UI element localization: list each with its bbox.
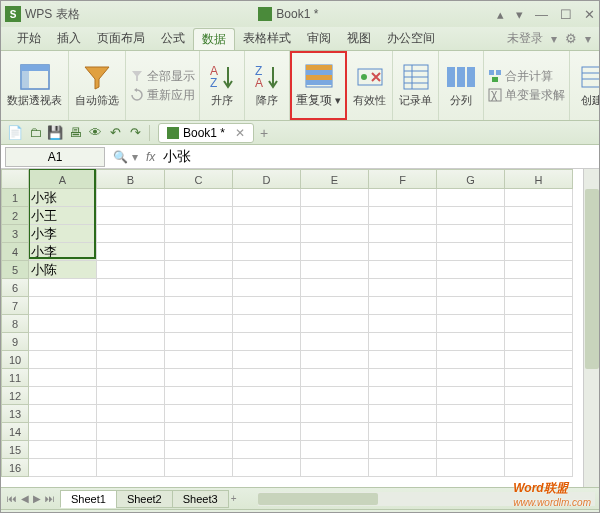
col-header-B[interactable]: B — [97, 169, 165, 189]
menu-tab-公式[interactable]: 公式 — [153, 28, 193, 50]
row-header-10[interactable]: 10 — [1, 351, 29, 369]
cell-F9[interactable] — [369, 333, 437, 351]
cell-A13[interactable] — [29, 405, 97, 423]
dropdown-icon[interactable]: ▾ — [516, 7, 523, 22]
cell-H4[interactable] — [505, 243, 573, 261]
cell-H12[interactable] — [505, 387, 573, 405]
cell-B8[interactable] — [97, 315, 165, 333]
qat-new-button[interactable]: 📄 — [6, 124, 24, 142]
row-header-4[interactable]: 4 — [1, 243, 29, 261]
maximize-button[interactable]: ☐ — [560, 7, 572, 22]
cell-E2[interactable] — [301, 207, 369, 225]
row-header-2[interactable]: 2 — [1, 207, 29, 225]
cell-A6[interactable] — [29, 279, 97, 297]
cell-A14[interactable] — [29, 423, 97, 441]
cell-C11[interactable] — [165, 369, 233, 387]
sheet-add-button[interactable]: + — [231, 493, 237, 504]
sort-asc-button[interactable]: AZ 升序 — [200, 51, 245, 120]
cell-F7[interactable] — [369, 297, 437, 315]
col-header-H[interactable]: H — [505, 169, 573, 189]
cell-C5[interactable] — [165, 261, 233, 279]
row-header-7[interactable]: 7 — [1, 297, 29, 315]
cell-G15[interactable] — [437, 441, 505, 459]
cell-G7[interactable] — [437, 297, 505, 315]
sheet-tab-Sheet3[interactable]: Sheet3 — [172, 490, 229, 508]
login-drop-icon[interactable]: ▾ — [551, 32, 557, 46]
cell-E3[interactable] — [301, 225, 369, 243]
horizontal-scrollbar[interactable] — [258, 492, 595, 506]
cell-H8[interactable] — [505, 315, 573, 333]
doc-tab-close-icon[interactable]: ✕ — [235, 126, 245, 140]
cell-F3[interactable] — [369, 225, 437, 243]
cell-E9[interactable] — [301, 333, 369, 351]
cell-A16[interactable] — [29, 459, 97, 477]
cell-G11[interactable] — [437, 369, 505, 387]
cell-G8[interactable] — [437, 315, 505, 333]
cell-H16[interactable] — [505, 459, 573, 477]
cell-G12[interactable] — [437, 387, 505, 405]
settings-icon[interactable]: ⚙ — [565, 31, 577, 46]
cell-A11[interactable] — [29, 369, 97, 387]
cell-F6[interactable] — [369, 279, 437, 297]
cell-C3[interactable] — [165, 225, 233, 243]
cell-E8[interactable] — [301, 315, 369, 333]
cell-F10[interactable] — [369, 351, 437, 369]
cell-B14[interactable] — [97, 423, 165, 441]
menu-tab-数据[interactable]: 数据 — [193, 28, 235, 50]
cell-A12[interactable] — [29, 387, 97, 405]
cell-A1[interactable]: 小张 — [29, 189, 97, 207]
cell-E6[interactable] — [301, 279, 369, 297]
cell-G10[interactable] — [437, 351, 505, 369]
row-header-15[interactable]: 15 — [1, 441, 29, 459]
cell-B5[interactable] — [97, 261, 165, 279]
cell-F11[interactable] — [369, 369, 437, 387]
vertical-scrollbar[interactable] — [583, 169, 599, 487]
cell-B4[interactable] — [97, 243, 165, 261]
cell-F12[interactable] — [369, 387, 437, 405]
qat-undo-button[interactable]: ↶ — [106, 124, 124, 142]
goal-seek-button[interactable]: χ单变量求解 — [488, 87, 565, 104]
new-tab-button[interactable]: + — [260, 125, 268, 141]
cell-F4[interactable] — [369, 243, 437, 261]
cell-H15[interactable] — [505, 441, 573, 459]
login-status[interactable]: 未登录 — [507, 30, 543, 47]
sheet-nav-last[interactable]: ⏭ — [45, 493, 55, 504]
sheet-nav-prev[interactable]: ◀ — [21, 493, 29, 504]
cell-A3[interactable]: 小李 — [29, 225, 97, 243]
cell-D13[interactable] — [233, 405, 301, 423]
name-box[interactable]: A1 — [5, 147, 105, 167]
menu-tab-开始[interactable]: 开始 — [9, 28, 49, 50]
cell-E15[interactable] — [301, 441, 369, 459]
cell-H6[interactable] — [505, 279, 573, 297]
cell-H3[interactable] — [505, 225, 573, 243]
col-header-E[interactable]: E — [301, 169, 369, 189]
validity-button[interactable]: 有效性 — [347, 51, 393, 120]
row-header-6[interactable]: 6 — [1, 279, 29, 297]
menu-tab-办公空间[interactable]: 办公空间 — [379, 28, 443, 50]
cell-B1[interactable] — [97, 189, 165, 207]
row-header-5[interactable]: 5 — [1, 261, 29, 279]
cell-E4[interactable] — [301, 243, 369, 261]
cell-C14[interactable] — [165, 423, 233, 441]
row-header-1[interactable]: 1 — [1, 189, 29, 207]
cell-F15[interactable] — [369, 441, 437, 459]
cell-D12[interactable] — [233, 387, 301, 405]
sheet-tab-Sheet1[interactable]: Sheet1 — [60, 490, 117, 508]
reapply-button[interactable]: 重新应用 — [130, 87, 195, 104]
cell-C6[interactable] — [165, 279, 233, 297]
pivot-table-button[interactable]: 数据透视表 — [1, 51, 69, 120]
cell-F5[interactable] — [369, 261, 437, 279]
cell-A4[interactable]: 小李 — [29, 243, 97, 261]
cell-G1[interactable] — [437, 189, 505, 207]
cell-H1[interactable] — [505, 189, 573, 207]
hscroll-thumb[interactable] — [258, 493, 378, 505]
cell-E14[interactable] — [301, 423, 369, 441]
menu-tab-表格样式[interactable]: 表格样式 — [235, 28, 299, 50]
col-header-G[interactable]: G — [437, 169, 505, 189]
form-button[interactable]: 记录单 — [393, 51, 439, 120]
col-header-A[interactable]: A — [29, 169, 97, 189]
cell-A15[interactable] — [29, 441, 97, 459]
cell-C8[interactable] — [165, 315, 233, 333]
cell-A8[interactable] — [29, 315, 97, 333]
cell-E11[interactable] — [301, 369, 369, 387]
